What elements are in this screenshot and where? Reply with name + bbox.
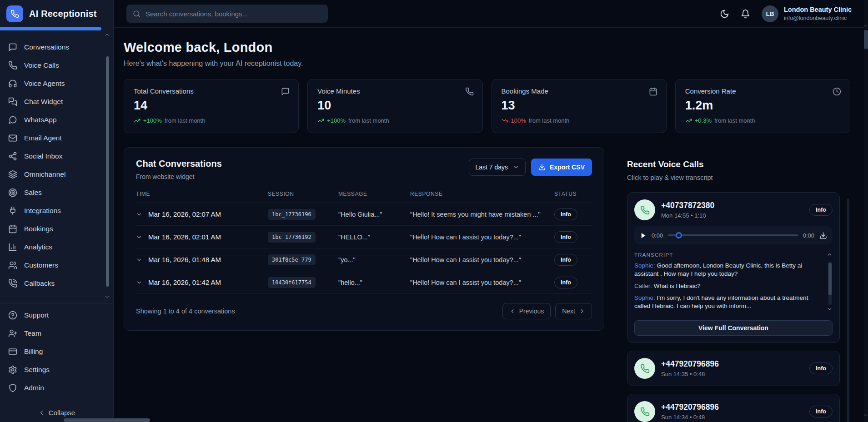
table-row[interactable]: Mar 16, 2026, 02:01 AM 1bc_17736192 "HEL… — [136, 226, 592, 248]
voice-calls-title: Recent Voice Calls — [627, 159, 840, 169]
message-circle-icon — [8, 115, 17, 124]
sidebar-item-callbacks[interactable]: Callbacks — [0, 274, 113, 293]
call-id: +40737872380 Mon 14:55 • 1:10 — [661, 201, 714, 219]
notifications-button[interactable] — [741, 9, 750, 19]
sidebar-item-settings[interactable]: Settings — [0, 361, 113, 379]
scroll-up-arrow-icon[interactable] — [863, 24, 868, 28]
call-header: +40737872380 Mon 14:55 • 1:10 Info — [634, 199, 833, 220]
row-time: Mar 16, 2026, 01:48 AM — [148, 256, 221, 263]
previous-page-button[interactable]: Previous — [502, 303, 551, 319]
topbar: LB London Beauty Clinic info@londonbeaut… — [114, 0, 868, 28]
sidebar-item-label: Billing — [24, 348, 43, 356]
phone-icon — [640, 407, 650, 417]
view-full-conversation-button[interactable]: View Full Conversation — [634, 320, 833, 336]
sidebar-item-label: Support — [24, 311, 49, 319]
sidebar-item-customers[interactable]: Customers — [0, 256, 113, 274]
info-button[interactable]: Info — [809, 362, 833, 374]
info-button[interactable]: Info — [809, 406, 833, 417]
sidebar-item-chat-widget[interactable]: Chat Widget — [0, 93, 113, 111]
session-cell: 301f8c5e-779 — [268, 254, 338, 265]
table-row[interactable]: Mar 16, 2026, 02:07 AM 1bc_17736196 "Hel… — [136, 203, 592, 226]
table-row[interactable]: Mar 16, 2026, 01:42 AM 10430f617754 "hel… — [136, 271, 592, 294]
chevron-left-icon — [509, 308, 516, 314]
expand-row-icon[interactable] — [136, 279, 142, 286]
sidebar-item-voice-agents[interactable]: Voice Agents — [0, 74, 113, 93]
download-recording-button[interactable] — [819, 232, 827, 239]
sidebar-scrollbar-thumb[interactable] — [106, 56, 109, 287]
sidebar-item-label: Callbacks — [24, 279, 55, 288]
audio-player: 0:00 0:00 — [634, 226, 833, 244]
sidebar-accent-bar — [0, 27, 101, 30]
table-row[interactable]: Mar 16, 2026, 01:48 AM 301f8c5e-779 "yo.… — [136, 248, 592, 271]
call-meta: Sun 14:35 • 0:48 — [661, 371, 719, 377]
chevron-down-icon — [513, 164, 519, 170]
play-button[interactable] — [640, 232, 647, 239]
sidebar-item-conversations[interactable]: Conversations — [0, 38, 113, 56]
voice-call-card[interactable]: +447920796896 Sun 14:34 • 0:48 Info — [627, 394, 840, 422]
sidebar-item-email-agent[interactable]: Email Agent — [0, 129, 113, 147]
transcript-body[interactable]: Sophie: Good afternoon, London Beauty Cl… — [634, 262, 833, 310]
time-cell: Mar 16, 2026, 02:07 AM — [136, 210, 268, 218]
info-button[interactable]: Info — [554, 209, 577, 220]
status-cell: Info — [554, 231, 592, 243]
voice-list-scrollbar[interactable] — [847, 199, 849, 422]
info-button[interactable]: Info — [554, 231, 577, 243]
sidebar-scroll-up[interactable] — [0, 32, 113, 38]
transcript-message: Sophie: I'm sorry, I don't have any info… — [634, 294, 824, 310]
sidebar-item-bookings[interactable]: Bookings — [0, 220, 113, 238]
sidebar-item-billing[interactable]: Billing — [0, 343, 113, 361]
sidebar-item-analytics[interactable]: Analytics — [0, 238, 113, 256]
global-search[interactable] — [126, 5, 328, 23]
stat-trend: +100% from last month — [134, 117, 289, 124]
stat-trend: 100% from last month — [502, 117, 657, 124]
next-page-button[interactable]: Next — [555, 303, 592, 319]
voice-call-card-expanded[interactable]: +40737872380 Mon 14:55 • 1:10 Info 0:00 — [627, 192, 840, 343]
sidebar-item-social-inbox[interactable]: Social Inbox — [0, 147, 113, 165]
sidebar-item-label: Social Inbox — [24, 152, 62, 160]
expand-row-icon[interactable] — [136, 234, 142, 240]
message-square-icon — [281, 87, 290, 96]
scroll-down-arrow-icon[interactable] — [863, 413, 868, 417]
voice-call-card[interactable]: +447920796896 Sun 14:35 • 0:48 Info — [627, 351, 840, 386]
app-logo[interactable]: AI Receptionist — [0, 0, 113, 27]
sidebar-item-label: Conversations — [24, 43, 69, 51]
page-vertical-scrollbar[interactable] — [864, 0, 868, 422]
expand-row-icon[interactable] — [136, 257, 142, 263]
sidebar-item-sales[interactable]: Sales — [0, 184, 113, 202]
call-header: +447920796896 Sun 14:34 • 0:48 Info — [634, 401, 833, 422]
account-menu[interactable]: LB London Beauty Clinic info@londonbeaut… — [762, 5, 852, 22]
search-input[interactable] — [146, 10, 321, 18]
theme-toggle-button[interactable] — [720, 9, 729, 19]
stat-label: Total Conversations — [134, 87, 289, 95]
info-button[interactable]: Info — [809, 204, 833, 216]
sidebar-item-voice-calls[interactable]: Voice Calls — [0, 56, 113, 74]
stat-card-total-conversations: Total Conversations 14 +100% from last m… — [124, 79, 299, 133]
sidebar-item-integrations[interactable]: Integrations — [0, 202, 113, 220]
date-range-select[interactable]: Last 7 days — [469, 159, 526, 176]
sidebar-item-label: Voice Agents — [24, 79, 65, 88]
export-csv-label: Export CSV — [550, 164, 585, 171]
expand-row-icon[interactable] — [136, 211, 142, 218]
export-csv-button[interactable]: Export CSV — [531, 159, 592, 176]
horizontal-scrollbar-thumb[interactable] — [64, 418, 150, 422]
sidebar-item-team[interactable]: Team — [0, 324, 113, 343]
sidebar-item-support[interactable]: Support — [0, 306, 113, 324]
vertical-scrollbar-thumb[interactable] — [864, 30, 868, 49]
trend-suffix: from last month — [165, 117, 206, 124]
app-title: AI Receptionist — [29, 9, 97, 19]
transcript-scrollbar-thumb[interactable] — [828, 263, 832, 295]
sidebar-item-whatsapp[interactable]: WhatsApp — [0, 111, 113, 129]
sidebar-item-omnichannel[interactable]: Omnichannel — [0, 165, 113, 184]
info-button[interactable]: Info — [554, 277, 577, 288]
stat-card-conversion-rate: Conversion Rate 1.2m +0.3% from last mon… — [675, 79, 850, 133]
calendar-icon — [649, 87, 657, 96]
sidebar-item-admin[interactable]: Admin — [0, 379, 113, 397]
transcript-scroll-up-icon[interactable] — [827, 252, 833, 258]
seek-slider[interactable] — [668, 232, 798, 239]
transcript-scroll-down-icon[interactable] — [827, 306, 833, 312]
slider-thumb[interactable] — [676, 232, 682, 238]
sidebar-item-label: Omnichannel — [24, 170, 65, 179]
info-button[interactable]: Info — [554, 254, 577, 266]
page-title: Welcome back, London — [124, 40, 868, 55]
sidebar-scroll-down[interactable] — [0, 294, 113, 300]
